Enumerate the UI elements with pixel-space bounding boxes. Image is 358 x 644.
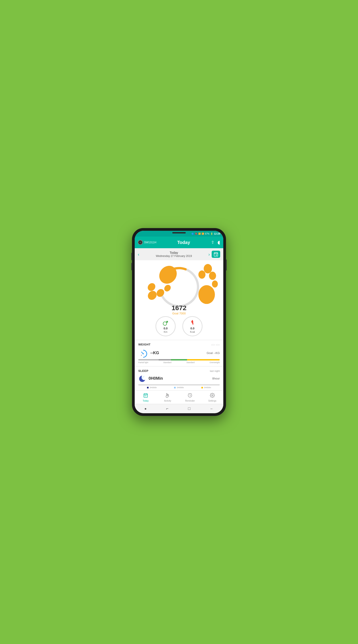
sleep-main: z z z 0H0Min [138, 374, 163, 382]
calories-metric[interactable]: 0.0 Kcal [182, 316, 202, 336]
weight-bar-seg-2 [159, 359, 171, 360]
sleep-legend-1: 0H0Min [147, 386, 157, 389]
svg-point-10 [163, 284, 172, 293]
battery-percent: 67% [205, 232, 209, 235]
weight-title: WEIGHT [138, 343, 151, 346]
metrics-row: 0.0 Km 0.0 Kcal [135, 314, 223, 340]
sleep-bar [138, 384, 220, 386]
status-icons: 🔷 🔇 📶 📶 67% 🔋 12:28 [191, 232, 220, 235]
volume-up-button [131, 253, 132, 260]
app-title: Today [159, 240, 209, 245]
footprint-icon [135, 260, 223, 304]
phone-screen: 🔷 🔇 📶 📶 67% 🔋 12:28 SW1311H Today ⇧ ◖ [135, 231, 223, 413]
prev-date-button[interactable]: ‹ [138, 252, 139, 257]
distance-metric[interactable]: 0.0 Km [156, 316, 176, 336]
nav-settings[interactable]: Settings [206, 392, 219, 403]
date-nav-subtitle: Wednesday 27 February 2019 [156, 254, 192, 258]
weight-bar-seg-4 [187, 359, 220, 360]
sleep-last-night: last night [210, 370, 220, 372]
svg-point-7 [146, 289, 158, 302]
back-button[interactable]: ← [210, 407, 213, 411]
app-bar: SW1311H Today ⇧ ◖ [135, 236, 223, 248]
svg-point-16 [163, 322, 167, 325]
next-date-button[interactable]: › [208, 252, 210, 257]
svg-point-13 [209, 272, 216, 280]
bluetooth-icon: 🔷 [191, 232, 194, 235]
mute-icon: 🔇 [195, 232, 197, 235]
distance-icon [162, 320, 169, 326]
svg-point-15 [212, 280, 218, 288]
svg-rect-26 [144, 394, 148, 398]
nav-today[interactable]: Today [139, 392, 152, 403]
sleep-section: SLEEP last night z z z 0H0Min 8h [135, 366, 223, 390]
settings-label: Settings [208, 400, 216, 402]
calories-unit: Kcal [190, 330, 195, 333]
weight-row: --KG Goal --KG [138, 348, 220, 358]
calendar-button[interactable] [212, 251, 220, 258]
calories-icon [189, 320, 196, 326]
share-icon[interactable]: ⇧ [211, 240, 214, 245]
sleep-legend-2: 0H0Min [174, 386, 184, 389]
nav-reminder[interactable]: Reminder [183, 392, 197, 403]
date-nav: ‹ Today Wednesday 27 February 2019 › [135, 248, 223, 260]
square-button[interactable]: □ [188, 406, 190, 411]
sleep-bar-labels: 0H0Min 0H0Min 0H0Min [138, 386, 220, 389]
sleep-value: 0H0Min [149, 376, 163, 381]
svg-rect-30 [145, 396, 145, 396]
svg-point-11 [198, 285, 215, 304]
sleep-dot-1 [147, 387, 149, 388]
device-info[interactable]: SW1311H [138, 240, 156, 245]
sleep-moon-icon: z z z [138, 374, 146, 382]
sleep-header: SLEEP last night [138, 369, 220, 372]
svg-marker-22 [141, 355, 142, 356]
settings-icon [210, 393, 215, 399]
power-button [226, 260, 227, 270]
status-time: 12:28 [214, 232, 220, 235]
weight-goal: Goal --KG [207, 351, 220, 355]
svg-rect-31 [146, 396, 146, 396]
recent-button[interactable]: ⌐ [166, 406, 169, 411]
steps-goal: Goal 7000 [135, 312, 223, 315]
battery-icon: 🔋 [210, 232, 213, 235]
svg-line-39 [191, 394, 192, 394]
speaker [172, 232, 186, 234]
reminder-icon [187, 393, 192, 399]
steps-count: 1672 [135, 304, 223, 312]
app-bar-actions: ⇧ ◖ [211, 240, 220, 245]
gauge-icon[interactable]: ◖ [217, 240, 220, 245]
sleep-title: SLEEP [138, 369, 148, 372]
main-content: 1672 Goal 7000 0.0 Km [135, 260, 223, 390]
weight-bar-labels: Partial light Standard Standard Overweig… [138, 361, 220, 364]
sleep-row: z z z 0H0Min 8hour [138, 374, 220, 382]
svg-point-9 [146, 282, 157, 292]
svg-point-40 [212, 395, 213, 396]
svg-line-37 [190, 395, 191, 396]
weight-main: --KG [138, 348, 159, 358]
sleep-dot-3 [201, 387, 203, 388]
today-icon [143, 393, 148, 399]
svg-point-33 [166, 393, 167, 394]
calendar-icon [213, 252, 218, 257]
date-nav-title: Today [156, 251, 192, 254]
activity-label: Activity [164, 400, 171, 402]
weight-section: WEIGHT --:-- --:-- --KG Goal [135, 340, 223, 366]
bottom-nav: Today Activity [135, 390, 223, 404]
activity-icon [165, 393, 170, 399]
home-dot-button[interactable]: ● [145, 407, 147, 411]
calories-value: 0.0 [190, 327, 194, 330]
distance-unit: Km [164, 330, 168, 333]
svg-text:z: z [144, 376, 144, 377]
weight-label-2: Standard [163, 361, 171, 364]
weight-header: WEIGHT --:-- --:-- [138, 343, 220, 346]
weight-bar-seg-3 [171, 359, 187, 360]
nav-activity[interactable]: Activity [161, 392, 174, 403]
svg-point-12 [204, 264, 212, 274]
today-label: Today [143, 400, 149, 402]
svg-point-21 [143, 353, 144, 354]
weight-meta: --:-- --:-- [211, 343, 220, 346]
svg-line-38 [189, 394, 189, 394]
steps-ring: 1672 Goal 7000 [157, 265, 201, 310]
svg-point-14 [198, 270, 206, 279]
weight-bar-seg-1 [138, 359, 159, 360]
steps-section: 1672 Goal 7000 [135, 260, 223, 314]
